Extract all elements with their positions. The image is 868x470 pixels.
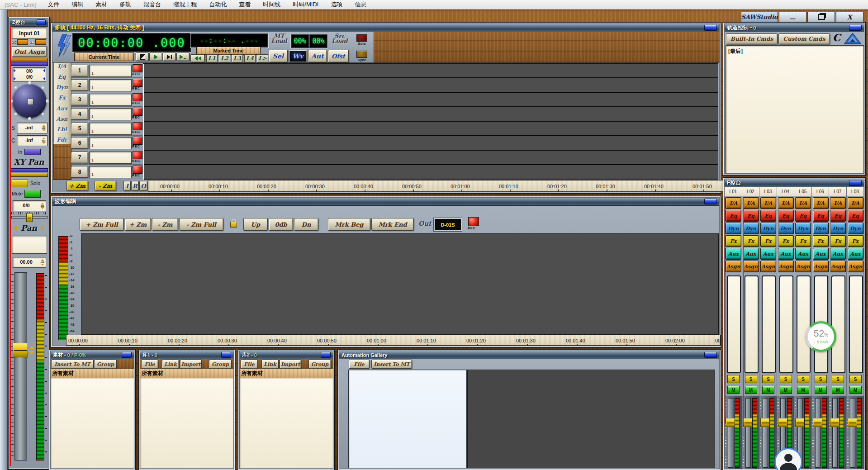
- rewind-button[interactable]: [190, 54, 205, 62]
- channel-fx-button[interactable]: Fx: [830, 235, 846, 247]
- channel-scribble-strip[interactable]: [779, 275, 793, 373]
- wave-display-area[interactable]: [81, 233, 719, 335]
- track-name-field[interactable]: 1: [89, 65, 132, 77]
- channel-scribble-strip[interactable]: [762, 275, 776, 373]
- tool-strip-item[interactable]: Fx: [58, 95, 66, 101]
- spin-arrow[interactable]: [14, 69, 16, 72]
- link-button[interactable]: Link: [261, 360, 279, 369]
- menu-item[interactable]: 查看: [239, 0, 251, 9]
- mt-zoom-in-button[interactable]: + Zm: [66, 181, 88, 191]
- library1-titlebar[interactable]: 库1 - 0: [140, 351, 233, 359]
- channel-ia-button[interactable]: I/A: [778, 197, 794, 209]
- download-progress-overlay[interactable]: 52% ↓ 5.8K/s: [806, 321, 836, 352]
- fader-handle[interactable]: [760, 418, 770, 427]
- pan-spinner[interactable]: 0/0 dB: [13, 200, 46, 211]
- channel-aux-button[interactable]: Aux: [830, 248, 846, 260]
- channel-ia-button[interactable]: I/A: [743, 197, 759, 209]
- channel-asgn-button[interactable]: Asgn: [743, 261, 759, 272]
- channel-scribble-strip[interactable]: [849, 275, 863, 373]
- track-rec-button[interactable]: [133, 79, 142, 87]
- minimize-button[interactable]: [321, 352, 331, 358]
- current-time-label[interactable]: Current Time: [74, 52, 134, 61]
- wave-gain-up-button[interactable]: Up: [243, 218, 268, 231]
- track-name-field[interactable]: 1: [89, 94, 132, 106]
- channel-solo-button[interactable]: S: [832, 375, 844, 383]
- channel-header[interactable]: I-03: [759, 187, 777, 196]
- tab-24[interactable]: 24: [29, 40, 34, 44]
- transport-skip-button[interactable]: [163, 52, 176, 61]
- db-spinner[interactable]: dB: [40, 201, 45, 210]
- channel-solo-button[interactable]: S: [797, 375, 809, 383]
- minimize-button[interactable]: [849, 180, 862, 186]
- track-number-button[interactable]: 3: [71, 94, 88, 105]
- channel-solo-button[interactable]: S: [849, 375, 862, 383]
- tool-strip-item[interactable]: Aux: [56, 105, 67, 112]
- channel-solo-button[interactable]: S: [780, 375, 792, 383]
- wave-0db-button[interactable]: 0db: [269, 218, 293, 231]
- wave-timeline-ruler[interactable]: 00:00:0000:00:1000:00:2000:00:3000:00:40…: [66, 335, 721, 346]
- channel-asgn-button[interactable]: Asgn: [830, 261, 846, 272]
- track-name-field[interactable]: 1: [89, 166, 132, 178]
- track-rec-button[interactable]: [133, 93, 142, 101]
- gallery-insert-button[interactable]: Insert To MT: [371, 360, 412, 369]
- channel-ia-button[interactable]: I/A: [795, 197, 811, 209]
- fader-track[interactable]: [850, 398, 855, 468]
- track-number-button[interactable]: 5: [71, 123, 88, 134]
- channel-mute-button[interactable]: M: [849, 386, 862, 394]
- channel-fx-button[interactable]: Fx: [848, 235, 863, 247]
- gallery-left-pane[interactable]: [348, 370, 467, 468]
- gallery-file-button[interactable]: File: [349, 360, 370, 369]
- channel-asgn-button[interactable]: Asgn: [813, 261, 829, 272]
- locator-button[interactable]: L>: [257, 54, 268, 62]
- group-button[interactable]: Group: [209, 360, 232, 369]
- channel-scribble-strip[interactable]: [727, 275, 741, 373]
- track-rec-button[interactable]: [133, 137, 142, 145]
- track-name-field[interactable]: 1: [89, 108, 132, 120]
- library2-tab-band[interactable]: 所有素材: [240, 369, 333, 378]
- c-level-spinner[interactable]: -inf dB: [17, 135, 47, 146]
- minimize-button[interactable]: [221, 352, 231, 358]
- channel-aux-button[interactable]: Aux: [778, 248, 794, 260]
- gallery-right-pane[interactable]: [467, 370, 715, 468]
- channel-mute-button[interactable]: M: [727, 386, 740, 394]
- fader-handle[interactable]: [13, 343, 28, 357]
- channel-dyn-button[interactable]: Dyn: [830, 223, 846, 234]
- fader-track[interactable]: [832, 398, 838, 468]
- channel-eq-button[interactable]: Eq: [848, 210, 863, 222]
- menu-item[interactable]: 多轨: [119, 0, 131, 9]
- transport-play-to-button[interactable]: [176, 52, 190, 61]
- mt-o-button[interactable]: O: [139, 181, 147, 191]
- channel-header[interactable]: I-05: [794, 187, 811, 196]
- channel-dyn-button[interactable]: Dyn: [743, 223, 759, 234]
- channel-aux-button[interactable]: Aux: [848, 248, 863, 260]
- channel-dyn-button[interactable]: Dyn: [795, 223, 811, 234]
- locator-button[interactable]: L3: [232, 54, 243, 62]
- channel-dyn-button[interactable]: Dyn: [778, 223, 794, 234]
- menu-item[interactable]: 信息: [355, 0, 366, 9]
- channel-asgn-button[interactable]: Asgn: [795, 261, 811, 272]
- channel-ia-button[interactable]: I/A: [726, 197, 741, 209]
- library1-list[interactable]: [140, 378, 233, 468]
- menu-item[interactable]: 混音台: [143, 0, 161, 9]
- tab-chip[interactable]: [35, 39, 46, 45]
- channel-header[interactable]: I-06: [812, 187, 829, 196]
- mode-sel-button[interactable]: Sel: [269, 50, 288, 62]
- channel-mute-button[interactable]: M: [797, 386, 809, 394]
- import-button[interactable]: Import: [280, 360, 301, 369]
- channel-asgn-button[interactable]: Asgn: [848, 261, 863, 272]
- spin-arrow[interactable]: [43, 77, 45, 81]
- scribble-box[interactable]: [12, 236, 47, 254]
- channel-dyn-button[interactable]: Dyn: [848, 223, 863, 234]
- gain-spinner[interactable]: 00.00 dB: [13, 257, 46, 268]
- fader-track[interactable]: [745, 398, 751, 468]
- sync-lamp[interactable]: [356, 51, 367, 58]
- link-button[interactable]: Link: [162, 360, 179, 369]
- menu-item[interactable]: 缩混工程: [173, 0, 197, 9]
- channel-solo-button[interactable]: S: [815, 375, 827, 383]
- marked-time-label[interactable]: Marked Time: [196, 47, 261, 55]
- restore-window-button[interactable]: [807, 12, 835, 22]
- tool-strip-item[interactable]: Lbl: [57, 126, 66, 133]
- track-lanes-area[interactable]: [143, 63, 718, 180]
- mute-button[interactable]: [24, 190, 41, 198]
- fader-handle[interactable]: [830, 418, 840, 427]
